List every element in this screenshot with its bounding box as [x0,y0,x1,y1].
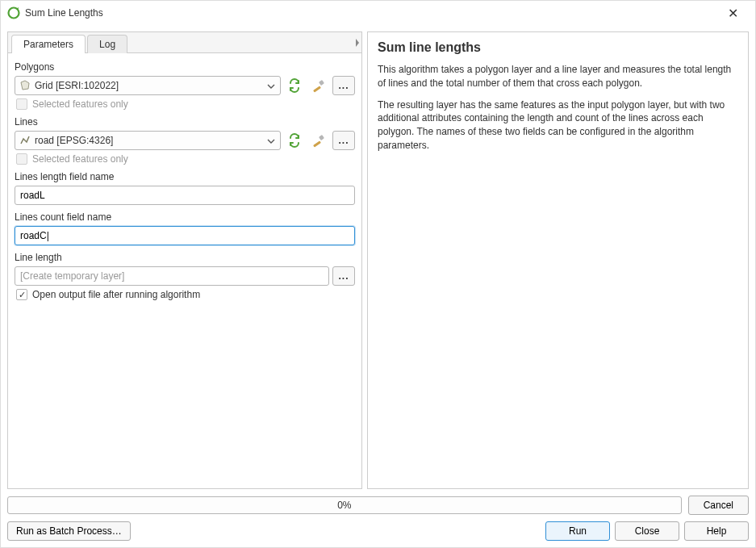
close-button[interactable]: Close [615,521,679,541]
progress-row: 0% Cancel [7,496,749,515]
close-icon[interactable]: ✕ [716,6,749,21]
open-output-checkbox[interactable] [16,289,27,300]
run-batch-button[interactable]: Run as Batch Process… [7,521,131,541]
polygons-selected-only-row: Selected features only [16,98,355,110]
advanced-lines-button[interactable] [308,131,329,150]
lines-layer-select[interactable]: road [EPSG:4326] [15,131,281,150]
dialog-body: Parameters Log Polygons Grid [ESRI:10202… [1,25,755,489]
chevron-down-icon [265,135,277,146]
label-lines: Lines [15,116,355,128]
polygon-layer-icon [19,79,31,92]
progress-bar: 0% [7,496,682,514]
cancel-button[interactable]: Cancel [688,496,749,515]
help-pane: Sum line lengths This algorithm takes a … [367,31,749,489]
length-field-input[interactable] [15,186,355,205]
count-field-input[interactable] [15,226,355,245]
tab-log[interactable]: Log [87,35,127,53]
progress-label: 0% [8,497,681,513]
lines-selected-only-checkbox [16,153,27,165]
svg-rect-3 [313,140,321,147]
polygons-layer-select[interactable]: Grid [ESRI:102022] [15,76,281,95]
lines-selected-only-label: Selected features only [32,153,128,165]
chevron-down-icon [265,80,277,91]
iterate-polygons-button[interactable] [284,76,305,95]
help-paragraph-2: The resulting layer has the same feature… [378,98,738,153]
row-polygons: Grid [ESRI:102022] [15,76,355,95]
output-path-input[interactable] [15,266,329,286]
dialog-window: Sum Line Lengths ✕ Parameters Log Polygo… [0,0,756,548]
svg-rect-4 [319,135,324,140]
open-output-label: Open output file after running algorithm [32,289,200,300]
pane-collapse-handle[interactable] [353,32,362,53]
label-count-field: Lines count field name [15,211,355,223]
polygons-layer-text: Grid [ESRI:102022] [35,80,265,91]
titlebar: Sum Line Lengths ✕ [1,1,755,25]
row-output: ... [15,266,355,286]
window-title: Sum Line Lengths [25,7,716,19]
label-output: Line length [15,252,355,263]
browse-polygons-button[interactable]: ... [332,76,355,95]
browse-lines-button[interactable]: ... [332,131,355,150]
iterate-lines-button[interactable] [284,131,305,150]
parameters-form: Polygons Grid [ESRI:102022] [8,53,361,488]
tab-parameters[interactable]: Parameters [11,35,86,53]
label-polygons: Polygons [15,61,355,73]
left-pane: Parameters Log Polygons Grid [ESRI:10202… [7,31,362,489]
line-layer-icon [19,134,31,147]
dialog-footer: 0% Cancel Run as Batch Process… Run Clos… [1,489,755,547]
help-button[interactable]: Help [684,521,749,541]
label-length-field: Lines length field name [15,171,355,182]
lines-selected-only-row: Selected features only [16,153,355,165]
svg-rect-2 [319,80,324,86]
row-lines: road [EPSG:4326] [15,131,355,150]
svg-rect-1 [313,86,321,92]
tab-bar: Parameters Log [8,32,361,53]
polygons-selected-only-label: Selected features only [32,98,128,110]
open-output-row: Open output file after running algorithm [16,289,355,300]
polygons-selected-only-checkbox [16,98,27,110]
advanced-polygons-button[interactable] [308,76,329,95]
app-icon [7,6,20,19]
button-row: Run as Batch Process… Run Close Help [7,521,749,541]
run-button[interactable]: Run [545,521,610,541]
browse-output-button[interactable]: ... [332,266,355,286]
help-paragraph-1: This algorithm takes a polygon layer and… [378,63,738,90]
help-title: Sum line lengths [378,40,738,55]
lines-layer-text: road [EPSG:4326] [35,135,265,146]
